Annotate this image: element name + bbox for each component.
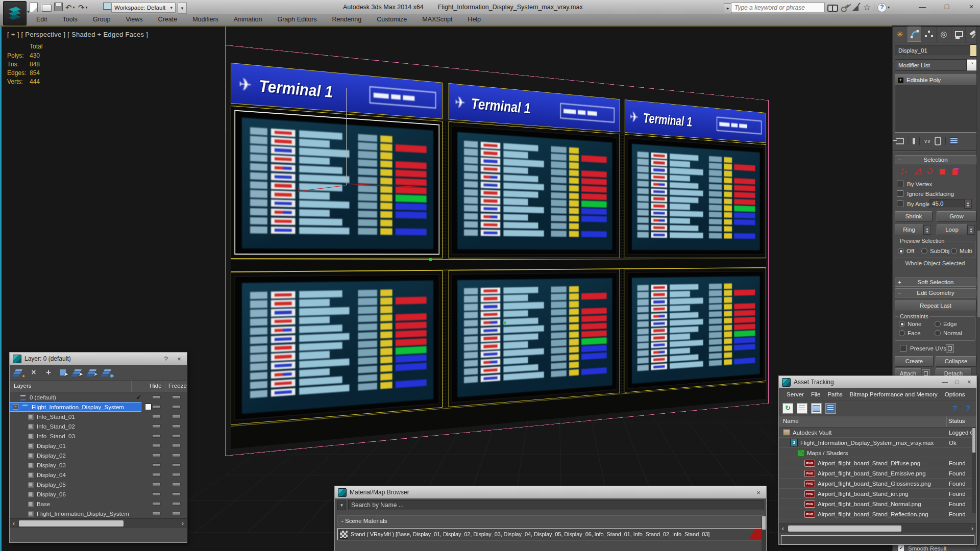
current-layer-cell[interactable] bbox=[132, 421, 145, 431]
current-layer-cell[interactable] bbox=[132, 450, 145, 460]
hide-toggle[interactable] bbox=[146, 421, 166, 431]
show-end-result-icon[interactable] bbox=[913, 138, 915, 144]
gizmo-z-axis[interactable] bbox=[346, 88, 347, 185]
help-icon[interactable]: ? bbox=[161, 355, 170, 363]
asset-menu-paths[interactable]: Paths bbox=[824, 391, 846, 397]
menu-item-edit[interactable]: Edit bbox=[29, 14, 55, 26]
expand-icon[interactable]: + bbox=[898, 78, 903, 83]
rollout-edit-geometry[interactable]: −Edit Geometry bbox=[895, 288, 976, 297]
stack-item-editable-poly[interactable]: + Editable Poly bbox=[895, 75, 978, 85]
hide-toggle[interactable] bbox=[146, 470, 166, 480]
ring-spinner[interactable]: ▲▼ bbox=[923, 225, 931, 235]
scroll-right-icon[interactable]: › bbox=[179, 519, 187, 528]
scroll-right-icon[interactable]: › bbox=[968, 524, 976, 533]
radio-edge[interactable]: Edge bbox=[935, 321, 957, 327]
menu-item-modifiers[interactable]: Modifiers bbox=[185, 14, 226, 26]
asset-table-header[interactable]: Name Status bbox=[779, 416, 976, 428]
radio-none[interactable]: None bbox=[899, 321, 922, 327]
close-button[interactable]: × bbox=[964, 1, 978, 12]
create-layer-icon[interactable]: ● bbox=[14, 367, 24, 378]
radio-normal[interactable]: Normal bbox=[935, 330, 962, 336]
maximize-icon[interactable]: □ bbox=[953, 379, 961, 386]
ring-button[interactable]: Ring bbox=[895, 224, 923, 235]
close-icon[interactable]: × bbox=[175, 355, 184, 363]
current-layer-cell[interactable] bbox=[132, 460, 145, 470]
shrink-button[interactable]: Shrink bbox=[895, 211, 933, 222]
menu-item-help[interactable]: Help bbox=[460, 14, 488, 26]
checkbox-by-angle[interactable]: By Angle: bbox=[897, 201, 932, 207]
current-layer-cell[interactable] bbox=[132, 412, 145, 421]
checkbox-ignore-backfacing[interactable]: Ignore Backfacing bbox=[897, 190, 954, 197]
scroll-left-icon[interactable]: ‹ bbox=[10, 519, 18, 528]
hide-toggle[interactable] bbox=[146, 489, 166, 499]
search-input[interactable] bbox=[731, 3, 825, 12]
asset-row-airport-flight-board-stand-normal-png[interactable]: PNGAirport_flight_board_Stand_Normal.png… bbox=[779, 499, 976, 509]
scrollbar-thumb[interactable] bbox=[19, 520, 124, 527]
menu-item-rendering[interactable]: Rendering bbox=[325, 14, 370, 26]
rollout-selection[interactable]: −Selection bbox=[895, 155, 976, 164]
modifier-stack[interactable]: + Editable Poly bbox=[895, 74, 978, 133]
freeze-toggle[interactable] bbox=[166, 470, 186, 480]
current-layer-cell[interactable] bbox=[132, 480, 145, 489]
communication-center-icon[interactable] bbox=[851, 4, 862, 12]
hide-toggle[interactable] bbox=[146, 450, 166, 460]
freeze-toggle[interactable] bbox=[166, 402, 186, 412]
scroll-left-icon[interactable]: ‹ bbox=[779, 524, 787, 533]
asset-row-flight-information-display-system-max-vray-max[interactable]: 3Flight_Information_Display_System_max_v… bbox=[779, 438, 976, 448]
web-help-icon[interactable]: ? bbox=[950, 404, 960, 413]
menu-item-views[interactable]: Views bbox=[118, 14, 150, 26]
asset-tracking-titlebar[interactable]: Asset Tracking — □ × bbox=[779, 376, 976, 388]
asset-vertical-scrollbar[interactable] bbox=[972, 428, 976, 513]
menu-item-graph-editors[interactable]: Graph Editors bbox=[270, 14, 324, 26]
freeze-toggle[interactable] bbox=[166, 450, 186, 460]
menu-item-customize[interactable]: Customize bbox=[369, 14, 414, 26]
asset-row-airport-flight-board-stand-glossiness-png[interactable]: PNGAirport_flight_board_Stand_Glossiness… bbox=[779, 479, 976, 489]
layer-row-display-01[interactable]: Display_01 bbox=[10, 441, 187, 450]
radio-off[interactable]: Off bbox=[898, 248, 914, 254]
tab-create[interactable]: ✳ bbox=[893, 27, 908, 42]
freeze-toggle[interactable] bbox=[166, 412, 186, 421]
hide-toggle[interactable] bbox=[146, 431, 166, 441]
repeat-last-button[interactable]: Repeat Last bbox=[895, 300, 976, 311]
report-view-icon[interactable] bbox=[797, 403, 807, 414]
layer-row-info-stand-01[interactable]: Info_Stand_01 bbox=[10, 412, 187, 421]
by-angle-value[interactable]: 45.0 bbox=[929, 199, 965, 208]
menu-item-create[interactable]: Create bbox=[151, 14, 185, 26]
undo-button[interactable]: ↶▾ bbox=[65, 3, 75, 12]
hide-toggle[interactable] bbox=[146, 392, 166, 402]
remove-modifier-icon[interactable] bbox=[935, 137, 941, 145]
material-browser-titlebar[interactable]: Material/Map Browser × bbox=[335, 486, 766, 498]
freeze-toggle[interactable] bbox=[166, 499, 186, 509]
radio-face[interactable]: Face bbox=[899, 330, 921, 336]
select-asset-icon[interactable] bbox=[811, 403, 822, 414]
make-unique-icon[interactable]: ∨∨ bbox=[924, 138, 930, 144]
freeze-toggle[interactable] bbox=[166, 480, 186, 489]
display-wall[interactable]: ✈ Terminal 1 ✈ Terminal 1 ✈ Terminal 1 bbox=[231, 63, 766, 448]
modifier-list-dropdown[interactable]: Modifier List bbox=[895, 59, 967, 71]
scrollbar-thumb[interactable] bbox=[788, 525, 901, 532]
add-to-layer-icon[interactable]: + bbox=[43, 367, 54, 378]
asset-menu-server[interactable]: Server bbox=[783, 391, 807, 397]
freeze-toggle[interactable] bbox=[166, 421, 186, 431]
help-button[interactable]: ?▾ bbox=[877, 3, 893, 12]
loop-spinner[interactable]: ▲▼ bbox=[967, 225, 975, 235]
create-button[interactable]: Create bbox=[895, 356, 934, 367]
layer-row-display-06[interactable]: Display_06 bbox=[10, 489, 187, 499]
close-icon[interactable]: × bbox=[754, 489, 763, 496]
scene-materials-section[interactable]: - Scene Materials bbox=[337, 515, 764, 527]
tab-hierarchy[interactable] bbox=[922, 27, 937, 42]
material-search-input[interactable] bbox=[348, 500, 764, 510]
delete-layer-icon[interactable]: × bbox=[29, 367, 39, 378]
material-vertical-scrollbar[interactable] bbox=[762, 516, 766, 551]
table-view-icon[interactable] bbox=[825, 403, 836, 414]
current-layer-cell[interactable] bbox=[132, 441, 145, 450]
freeze-toggle[interactable] bbox=[166, 460, 186, 470]
display-monitor[interactable] bbox=[449, 269, 620, 407]
display-monitor[interactable] bbox=[625, 134, 766, 258]
asset-row-autodesk-vault[interactable]: Autodesk VaultLogged Out bbox=[779, 428, 976, 438]
current-layer-cell[interactable] bbox=[132, 470, 145, 480]
minimize-icon[interactable]: — bbox=[941, 379, 949, 386]
display-monitor[interactable] bbox=[231, 270, 443, 425]
layer-row-display-05[interactable]: Display_05 bbox=[10, 480, 187, 489]
layer-manager-window[interactable]: Layer: 0 (default) ? × ● × + ➤ ➤ ➤ ✱ Lay… bbox=[9, 352, 187, 543]
